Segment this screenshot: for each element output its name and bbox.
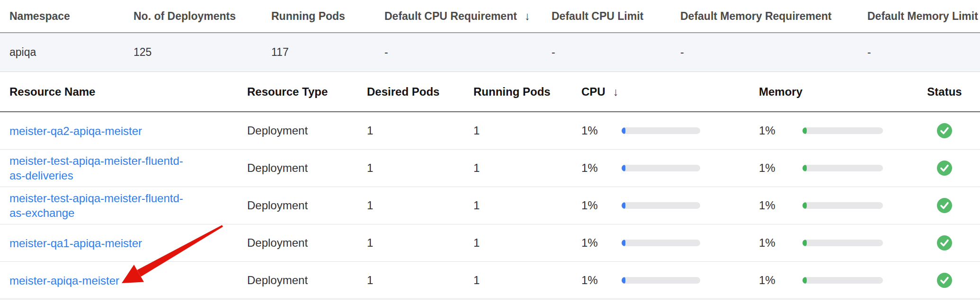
table-row-fluentd-as-deliveries: meister-test-apiqa-meister-fluentd-as-de… [0,150,980,187]
memory-usage-fill [802,165,807,171]
memory-usage-bar [802,240,883,246]
cpu-usage-bar [622,165,700,171]
table-row-meister-qa1: meister-qa1-apiqa-meister Deployment 1 1… [0,224,980,262]
namespace-cpu-requirement-value: - [375,33,542,72]
col-header-desired-pods[interactable]: Desired Pods [357,72,464,111]
desired-pods-value: 1 [357,187,464,224]
desired-pods-value: 1 [357,150,464,187]
resource-type: Deployment [238,187,357,224]
memory-usage-bar [802,165,883,171]
running-pods-value: 1 [464,224,572,261]
namespace-cpu-limit-value: - [542,33,671,72]
resource-table: Resource Name Resource Type Desired Pods… [0,72,980,299]
col-header-resource-type[interactable]: Resource Type [238,72,357,111]
cpu-usage-fill [622,127,625,134]
sort-descending-icon[interactable]: ↓ [525,9,530,23]
cpu-percent-label: 1% [581,161,622,175]
running-pods-value: 1 [464,112,572,149]
memory-usage-fill [802,127,807,134]
memory-usage-fill [802,202,807,209]
desired-pods-value: 1 [357,224,464,261]
namespace-row-apiqa[interactable]: apiqa 125 117 - - - - [0,33,980,72]
status-healthy-icon [937,161,952,176]
desired-pods-value: 1 [357,112,464,149]
resource-type: Deployment [238,262,357,299]
namespace-running-pods-count: 117 [262,33,375,72]
resource-link[interactable]: meister-test-apiqa-meister-fluentd-as-ex… [9,191,194,220]
col-header-resource-name[interactable]: Resource Name [0,72,238,111]
sort-descending-icon[interactable]: ↓ [613,85,619,98]
cpu-percent-label: 1% [581,274,622,287]
namespace-table-header: Namespace No. of Deployments Running Pod… [0,0,980,33]
resource-link[interactable]: meister-apiqa-meister [9,273,119,288]
resource-link[interactable]: meister-qa1-apiqa-meister [9,236,142,250]
cpu-percent-label: 1% [581,236,622,250]
memory-percent-label: 1% [759,199,802,212]
resource-link[interactable]: meister-qa2-apiqa-meister [9,124,142,138]
col-header-status[interactable]: Status [909,72,980,111]
cpu-usage-bar [622,240,700,246]
cpu-percent-label: 1% [581,199,622,212]
namespace-deployments-count: 125 [124,33,262,72]
cpu-usage-fill [622,277,625,284]
cpu-usage-fill [622,240,625,246]
memory-usage-fill [802,277,807,284]
table-row-meister-apiqa-meister: meister-apiqa-meister Deployment 1 1 1% … [0,262,980,299]
namespace-dashboard: Namespace No. of Deployments Running Pod… [0,0,980,304]
status-healthy-icon [937,198,952,213]
running-pods-value: 1 [464,262,572,299]
table-row-fluentd-as-exchange: meister-test-apiqa-meister-fluentd-as-ex… [0,187,980,224]
resource-type: Deployment [238,112,357,149]
col-header-deployments[interactable]: No. of Deployments [124,0,262,32]
status-healthy-icon [937,273,952,288]
memory-usage-bar [802,127,883,134]
cpu-percent-label: 1% [581,124,622,137]
memory-percent-label: 1% [759,161,802,175]
memory-percent-label: 1% [759,236,802,250]
running-pods-value: 1 [464,187,572,224]
memory-percent-label: 1% [759,124,802,137]
namespace-name: apiqa [0,33,124,72]
col-header-memory-limit[interactable]: Default Memory Limit [858,0,980,32]
resource-table-body: meister-qa2-apiqa-meister Deployment 1 1… [0,112,980,299]
running-pods-value: 1 [464,150,572,187]
resource-type: Deployment [238,150,357,187]
namespace-memory-limit-value: - [858,33,980,72]
table-row-meister-qa2: meister-qa2-apiqa-meister Deployment 1 1… [0,112,980,150]
col-header-running-pods[interactable]: Running Pods [464,72,572,111]
col-header-cpu-requirement[interactable]: Default CPU Requirement ↓ [375,0,542,32]
resource-type: Deployment [238,224,357,261]
status-healthy-icon [937,235,952,250]
cpu-usage-bar [622,277,700,284]
col-header-namespace[interactable]: Namespace [0,0,124,32]
col-header-running-pods[interactable]: Running Pods [262,0,375,32]
memory-usage-bar [802,202,883,209]
resource-link[interactable]: meister-test-apiqa-meister-fluentd-as-de… [9,153,194,183]
namespace-memory-requirement-value: - [671,33,858,72]
desired-pods-value: 1 [357,262,464,299]
col-header-memory[interactable]: Memory [749,72,909,111]
memory-usage-fill [802,240,807,246]
status-healthy-icon [937,123,952,138]
cpu-usage-fill [622,202,625,209]
col-header-cpu-label: CPU [581,85,606,98]
col-header-cpu-limit[interactable]: Default CPU Limit [542,0,671,32]
cpu-usage-bar [622,127,700,134]
cpu-usage-bar [622,202,700,209]
memory-percent-label: 1% [759,274,802,287]
cpu-usage-fill [622,165,625,171]
col-header-cpu[interactable]: CPU ↓ [572,72,749,111]
memory-usage-bar [802,277,883,284]
resource-table-header: Resource Name Resource Type Desired Pods… [0,72,980,112]
col-header-memory-requirement[interactable]: Default Memory Requirement [671,0,858,32]
col-header-cpu-requirement-label: Default CPU Requirement [384,10,517,23]
namespace-table: Namespace No. of Deployments Running Pod… [0,0,980,72]
